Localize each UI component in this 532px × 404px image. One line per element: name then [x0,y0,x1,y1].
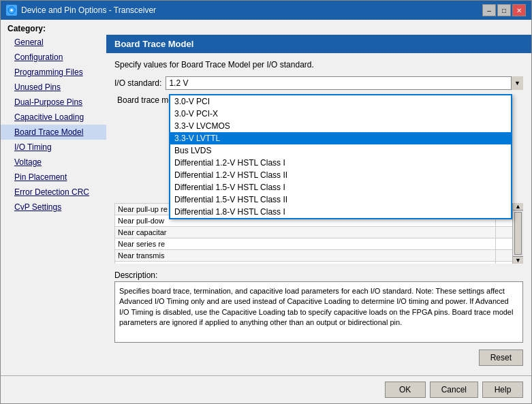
left-sidebar: GeneralConfigurationProgramming FilesUnu… [1,35,106,375]
window-title: Device and Pin Options - Transceiver [21,5,156,15]
param-cell: Near capacitar [115,227,496,238]
dropdown-item-3-0-v-pci-x[interactable]: 3.0-V PCI-X [170,108,511,120]
reset-btn-row: Reset [114,347,523,369]
scroll-down-button[interactable]: ▼ [513,256,523,264]
scroll-up-button[interactable]: ▲ [513,203,523,211]
sidebar-item-voltage[interactable]: Voltage [1,155,106,170]
maximize-button[interactable]: □ [497,4,511,16]
sidebar-item-capacitive-loading[interactable]: Capacitive Loading [1,110,106,125]
sidebar-item-pin-placement[interactable]: Pin Placement [1,170,106,185]
description-section: Description: Specifies board trace, term… [114,270,523,343]
dropdown-item-3-3-v-lvttl[interactable]: 3.3-V LVTTL [170,132,511,144]
window-controls: – □ ✕ [482,4,526,16]
dropdown-items-list: 3.0-V PCI3.0-V PCI-X3.3-V LVCMOS3.3-V LV… [170,95,511,218]
description-text: Specifies board trace, termination, and … [114,281,523,343]
sidebar-item-programming-files[interactable]: Programming Files [1,65,106,80]
table-row[interactable]: Near transmission line distributed capac… [115,262,523,264]
panel-description: Specify values for Board Trace Model per… [114,60,523,69]
sidebar-item-general[interactable]: General [1,35,106,50]
sidebar-item-dual-purpose-pins[interactable]: Dual-Purpose Pins [1,95,106,110]
param-cell: Near transmission line distributed capac… [115,262,496,264]
cancel-button[interactable]: Cancel [430,382,478,398]
main-window: Device and Pin Options - Transceiver – □… [0,0,532,404]
dropdown-item-differential-1-2-v-hstl-class-i[interactable]: Differential 1.2-V HSTL Class I [170,157,511,169]
window-icon [6,5,17,16]
panel-header: Board Trace Model [106,35,531,53]
help-button[interactable]: Help [482,382,523,398]
reset-button[interactable]: Reset [479,349,523,366]
io-standard-label: I/O standard: [114,78,161,88]
dropdown-item-3-3-v-lvcmos[interactable]: 3.3-V LVCMOS [170,120,511,132]
io-standard-dropdown[interactable]: 1.2 V ▼ [166,76,523,90]
board-trace-label: Board trace mo [114,94,176,106]
sidebar-item-board-trace-model[interactable]: Board Trace Model [1,125,106,140]
param-cell: Near transmis [115,250,496,262]
dropdown-item-differential-1-8-v-hstl-class-i[interactable]: Differential 1.8-V HSTL Class I [170,206,511,218]
category-label: Category: [1,20,531,35]
table-row[interactable]: Near series re [115,238,523,250]
table-row[interactable]: Near transmis [115,250,523,262]
minimize-button[interactable]: – [482,4,496,16]
table-scrollbar[interactable]: ▲ ▼ [512,203,523,264]
dropdown-item-differential-1-5-v-hstl-class-i[interactable]: Differential 1.5-V HSTL Class I [170,181,511,193]
main-content: Category: GeneralConfigurationProgrammin… [1,20,531,375]
description-label: Description: [114,270,523,280]
dropdown-item-3-0-v-pci[interactable]: 3.0-V PCI [170,95,511,108]
sidebar-item-configuration[interactable]: Configuration [1,50,106,65]
table-row[interactable]: Near capacitar [115,227,523,238]
dropdown-item-differential-1-2-v-hstl-class-ii[interactable]: Differential 1.2-V HSTL Class II [170,169,511,181]
right-panel: Board Trace Model Specify values for Boa… [106,35,531,375]
close-button[interactable]: ✕ [512,4,526,16]
title-bar: Device and Pin Options - Transceiver – □… [1,1,531,20]
sidebar-list: GeneralConfigurationProgramming FilesUnu… [1,35,106,215]
sidebar-item-cvp-settings[interactable]: CvP Settings [1,200,106,215]
dropdown-item-bus-lvds[interactable]: Bus LVDS [170,144,511,157]
io-standard-value[interactable]: 1.2 V [166,76,523,90]
ok-button[interactable]: OK [385,382,426,398]
panel-body: Specify values for Board Trace Model per… [106,53,531,375]
board-trace-dropdown-popup[interactable]: 3.0-V PCI3.0-V PCI-X3.3-V LVCMOS3.3-V LV… [169,94,512,219]
io-standard-arrow[interactable]: ▼ [511,76,523,90]
scroll-thumb [514,212,522,255]
dropdown-item-differential-1-5-v-hstl-class-ii[interactable]: Differential 1.5-V HSTL Class II [170,193,511,206]
bottom-buttons: OK Cancel Help [1,375,531,403]
io-standard-row: I/O standard: 1.2 V ▼ [114,76,523,90]
sidebar-item-error-detection-crc[interactable]: Error Detection CRC [1,185,106,200]
trace-table-container: Board trace mo 3.0-V PCI3.0-V PCI-X3.3-V… [114,94,523,264]
param-cell: Near series re [115,238,496,250]
sidebar-item-i/o-timing[interactable]: I/O Timing [1,140,106,155]
sidebar-item-unused-pins[interactable]: Unused Pins [1,80,106,95]
